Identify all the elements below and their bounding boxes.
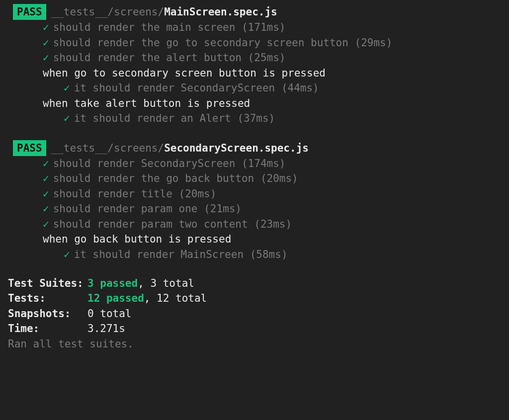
- pass-badge: PASS: [13, 140, 46, 156]
- test-text: should render the main screen (171ms): [53, 21, 286, 33]
- summary-label: Tests:: [8, 291, 87, 306]
- summary-passed: 3 passed: [87, 277, 138, 289]
- file-name: MainScreen.spec.js: [164, 6, 277, 18]
- summary-row: Test Suites:3 passed, 3 total: [8, 276, 501, 291]
- summary-rest: 3.271s: [87, 323, 125, 335]
- jest-output: PASS__tests__/screens/MainScreen.spec.js…: [8, 4, 501, 351]
- check-icon: ✓: [43, 21, 49, 33]
- suite-header: PASS__tests__/screens/SecondaryScreen.sp…: [8, 140, 501, 156]
- ran-line: Ran all test suites.: [8, 336, 501, 351]
- summary-row: Snapshots:0 total: [8, 306, 501, 321]
- check-icon: ✓: [43, 188, 49, 200]
- test-text: should render SecondaryScreen (174ms): [53, 158, 286, 169]
- check-icon: ✓: [43, 37, 49, 49]
- summary-rest: , 12 total: [144, 292, 207, 304]
- test-result: ✓should render title (20ms): [8, 186, 501, 201]
- test-text: should render the alert button (25ms): [53, 52, 286, 64]
- test-result: ✓should render SecondaryScreen (174ms): [8, 156, 501, 171]
- test-result: ✓should render the go to secondary scree…: [8, 35, 501, 50]
- test-text: should render the go to secondary screen…: [53, 37, 393, 49]
- test-result: ✓should render the go back button (20ms): [8, 171, 501, 186]
- describe-block: when take alert button is pressed: [8, 96, 501, 111]
- summary-label: Time:: [8, 321, 87, 336]
- summary-rest: , 3 total: [138, 277, 194, 289]
- check-icon: ✓: [64, 249, 70, 260]
- summary-row: Time:3.271s: [8, 321, 501, 336]
- test-text: it should render SecondaryScreen (44ms): [74, 82, 319, 94]
- summary-row: Tests:12 passed, 12 total: [8, 291, 501, 306]
- test-text: it should render an Alert (37ms): [74, 112, 275, 124]
- summary-passed: 12 passed: [87, 292, 144, 304]
- test-result: ✓it should render an Alert (37ms): [8, 111, 501, 126]
- test-result: ✓it should render SecondaryScreen (44ms): [8, 81, 501, 95]
- summary-rest: 0 total: [87, 308, 132, 320]
- check-icon: ✓: [43, 172, 49, 184]
- check-icon: ✓: [43, 158, 49, 169]
- check-icon: ✓: [43, 52, 49, 64]
- check-icon: ✓: [43, 203, 49, 215]
- test-text: should render param one (21ms): [53, 203, 242, 215]
- test-text: should render title (20ms): [53, 188, 217, 200]
- suite-header: PASS__tests__/screens/MainScreen.spec.js: [8, 4, 501, 20]
- describe-block: when go back button is pressed: [8, 232, 501, 247]
- test-result: ✓should render the alert button (25ms): [8, 50, 501, 65]
- file-path: __tests__/screens/: [51, 142, 165, 154]
- test-result: ✓it should render MainScreen (58ms): [8, 247, 501, 262]
- test-text: should render the go back button (20ms): [53, 172, 298, 184]
- summary-label: Snapshots:: [8, 306, 87, 321]
- check-icon: ✓: [43, 218, 49, 230]
- check-icon: ✓: [64, 112, 70, 124]
- test-text: should render param two content (23ms): [53, 218, 292, 230]
- describe-block: when go to secondary screen button is pr…: [8, 66, 501, 81]
- test-suite: PASS__tests__/screens/MainScreen.spec.js…: [8, 4, 501, 126]
- check-icon: ✓: [64, 82, 70, 94]
- test-suite: PASS__tests__/screens/SecondaryScreen.sp…: [8, 140, 501, 262]
- pass-badge: PASS: [13, 4, 46, 20]
- file-name: SecondaryScreen.spec.js: [164, 142, 309, 154]
- summary-label: Test Suites:: [8, 276, 87, 291]
- test-text: it should render MainScreen (58ms): [74, 249, 288, 260]
- test-result: ✓should render param two content (23ms): [8, 217, 501, 232]
- test-result: ✓should render param one (21ms): [8, 201, 501, 216]
- test-result: ✓should render the main screen (171ms): [8, 20, 501, 35]
- file-path: __tests__/screens/: [51, 6, 165, 18]
